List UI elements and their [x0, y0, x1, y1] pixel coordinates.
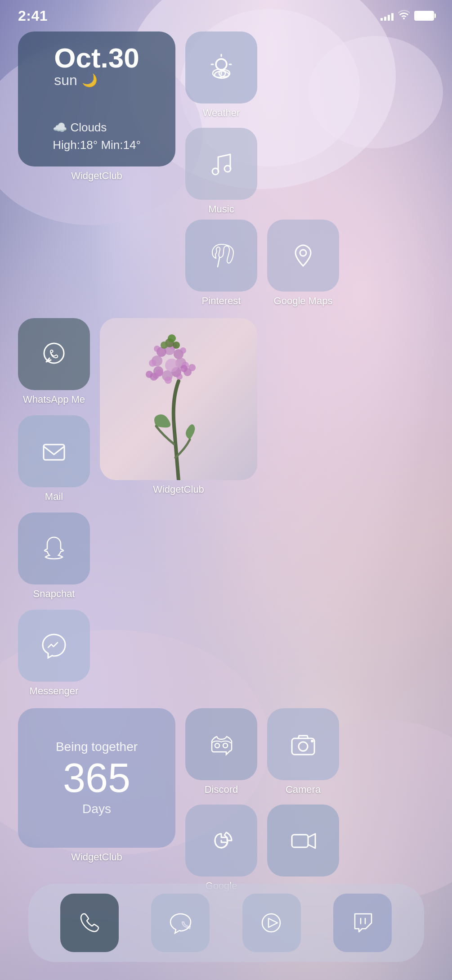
pair-google-facetime: Google	[185, 805, 339, 892]
weather-app-icon[interactable]	[185, 31, 257, 103]
signal-bar-2	[384, 17, 386, 21]
flower-widget[interactable]	[100, 318, 257, 480]
svg-point-31	[154, 346, 160, 352]
phone-svg-icon	[75, 908, 104, 938]
row-3: WhatsApp Me Mail	[18, 318, 434, 697]
svg-marker-49	[269, 918, 277, 927]
cloud-icon-small: ☁️	[53, 121, 70, 134]
snapchat-wrapper: Snapchat	[18, 512, 90, 600]
messages-svg-icon	[166, 908, 195, 938]
svg-point-45	[299, 742, 308, 751]
count-widget-label: WidgetClub	[71, 851, 122, 863]
svg-point-34	[161, 342, 168, 349]
camera-svg-icon	[287, 728, 319, 760]
snapchat-label: Snapchat	[33, 588, 75, 600]
camera-label: Camera	[286, 784, 321, 796]
flower-widget-wrapper: WidgetClub	[100, 318, 257, 495]
svg-point-30	[149, 360, 156, 367]
col-left-row3: WhatsApp Me Mail	[18, 318, 90, 697]
svg-point-43	[223, 743, 228, 748]
date-widget-wrapper: Oct.30 sun 🌙 ☁️ Clouds High:18°	[18, 31, 175, 182]
status-bar: 2:41	[0, 0, 452, 27]
music-wrapper: Music	[185, 128, 257, 215]
google-app-icon[interactable]	[185, 805, 257, 877]
googlemaps-app-icon[interactable]	[267, 220, 339, 292]
svg-line-10	[218, 258, 219, 267]
camera-app-icon[interactable]	[267, 708, 339, 780]
svg-point-0	[216, 59, 227, 70]
pair-discord-camera: Discord Camera	[185, 708, 339, 796]
count-widget-wrapper: Being together 365 Days WidgetClub	[18, 708, 175, 863]
moon-icon: 🌙	[82, 73, 98, 88]
facetime-app-icon[interactable]	[267, 805, 339, 877]
messenger-wrapper: Messenger	[18, 610, 90, 697]
dock	[28, 884, 424, 962]
dock-twitch-icon[interactable]	[333, 894, 392, 952]
signal-bar-4	[391, 13, 394, 21]
svg-point-7	[215, 71, 229, 78]
svg-point-35	[168, 334, 176, 342]
discord-svg-icon	[206, 728, 237, 760]
music-svg-icon	[206, 148, 237, 180]
date-weather: ☁️ Clouds High:18° Min:14°	[53, 119, 141, 154]
weather-label: Weather	[203, 107, 240, 119]
whatsapp-app-icon[interactable]	[18, 318, 90, 390]
date-widget[interactable]: Oct.30 sun 🌙 ☁️ Clouds High:18°	[18, 31, 175, 166]
flower-widget-label: WidgetClub	[153, 484, 204, 495]
messenger-svg-icon	[38, 630, 70, 661]
wifi-icon	[398, 9, 410, 22]
pinterest-wrapper: Pinterest	[185, 220, 257, 307]
svg-rect-47	[292, 835, 308, 847]
weather-wrapper: Weather	[185, 31, 257, 119]
signal-bars-icon	[380, 11, 394, 21]
status-icons	[380, 9, 434, 22]
svg-point-33	[173, 342, 180, 349]
whatsapp-label: WhatsApp Me	[23, 394, 85, 405]
row-4: Being together 365 Days WidgetClub	[18, 708, 434, 892]
snapchat-app-icon[interactable]	[18, 512, 90, 584]
messenger-app-icon[interactable]	[18, 610, 90, 682]
mail-app-icon[interactable]	[18, 415, 90, 487]
weather-svg-icon	[206, 52, 237, 83]
whatsapp-wrapper: WhatsApp Me	[18, 318, 90, 405]
facetime-svg-icon	[287, 825, 319, 856]
count-unit: Days	[82, 802, 111, 816]
count-widget[interactable]: Being together 365 Days	[18, 708, 175, 848]
svg-point-46	[311, 740, 313, 742]
pinterest-app-icon[interactable]	[185, 220, 257, 292]
svg-point-27	[176, 373, 183, 380]
battery-icon	[414, 11, 434, 21]
googlemaps-svg-icon	[287, 240, 319, 271]
snapchat-svg-icon	[38, 533, 70, 564]
signal-bar-3	[388, 15, 390, 21]
count-number: 365	[63, 758, 130, 798]
pinterest-svg-icon	[206, 240, 237, 271]
messenger-label: Messenger	[30, 685, 79, 697]
count-pre-label: Being together	[56, 740, 138, 754]
tv-svg-icon	[257, 908, 286, 938]
svg-point-40	[188, 364, 196, 371]
music-app-icon[interactable]	[185, 128, 257, 200]
pinterest-label: Pinterest	[202, 295, 241, 307]
svg-rect-13	[44, 445, 64, 460]
home-screen: Oct.30 sun 🌙 ☁️ Clouds High:18°	[0, 27, 452, 910]
discord-label: Discord	[205, 784, 238, 796]
status-time: 2:41	[18, 8, 48, 24]
music-label: Music	[208, 203, 234, 215]
google-svg-icon	[206, 825, 237, 856]
flower-svg	[100, 318, 257, 480]
signal-bar-1	[380, 18, 383, 21]
discord-app-icon[interactable]	[185, 708, 257, 780]
whatsapp-svg-icon	[38, 338, 70, 370]
mail-label: Mail	[45, 491, 63, 503]
svg-point-23	[165, 359, 179, 372]
col-right-row4: Discord Camera	[185, 708, 339, 892]
facetime-wrapper	[267, 805, 339, 892]
svg-point-11	[300, 250, 306, 256]
svg-point-37	[156, 369, 163, 377]
dock-phone-icon[interactable]	[60, 894, 119, 952]
dock-tv-icon[interactable]	[242, 894, 301, 952]
dock-messages-icon[interactable]	[151, 894, 210, 952]
date-day: sun 🌙	[54, 72, 139, 89]
googlemaps-label: Google Maps	[274, 295, 333, 307]
